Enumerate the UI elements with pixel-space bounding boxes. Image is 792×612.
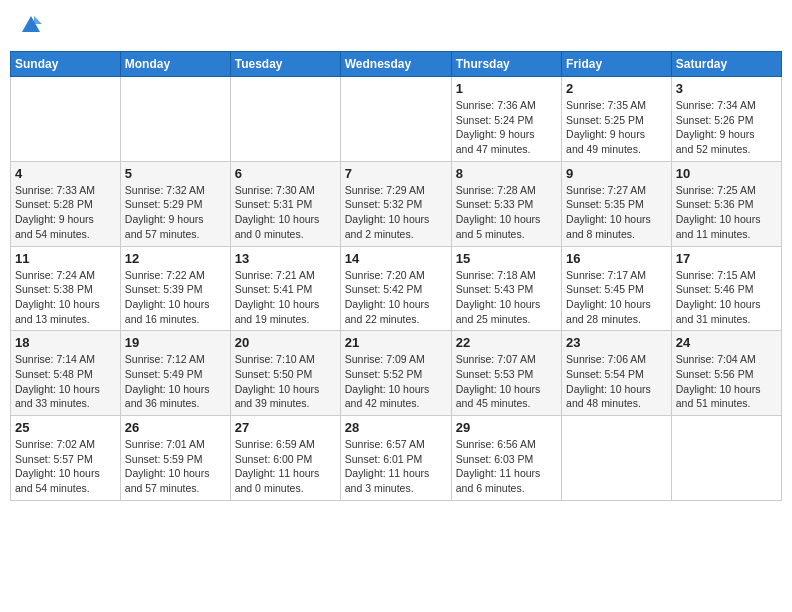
day-number: 29 xyxy=(456,420,557,435)
day-info: Sunrise: 7:01 AM Sunset: 5:59 PM Dayligh… xyxy=(125,437,226,496)
day-number: 24 xyxy=(676,335,777,350)
day-info: Sunrise: 7:33 AM Sunset: 5:28 PM Dayligh… xyxy=(15,183,116,242)
calendar-cell: 22Sunrise: 7:07 AM Sunset: 5:53 PM Dayli… xyxy=(451,331,561,416)
day-number: 1 xyxy=(456,81,557,96)
day-number: 9 xyxy=(566,166,667,181)
calendar-cell: 27Sunrise: 6:59 AM Sunset: 6:00 PM Dayli… xyxy=(230,416,340,501)
day-number: 2 xyxy=(566,81,667,96)
calendar-cell: 20Sunrise: 7:10 AM Sunset: 5:50 PM Dayli… xyxy=(230,331,340,416)
svg-marker-1 xyxy=(34,16,42,24)
day-info: Sunrise: 7:20 AM Sunset: 5:42 PM Dayligh… xyxy=(345,268,447,327)
calendar-cell: 1Sunrise: 7:36 AM Sunset: 5:24 PM Daylig… xyxy=(451,77,561,162)
day-number: 14 xyxy=(345,251,447,266)
calendar-cell: 25Sunrise: 7:02 AM Sunset: 5:57 PM Dayli… xyxy=(11,416,121,501)
day-number: 4 xyxy=(15,166,116,181)
calendar-cell: 28Sunrise: 6:57 AM Sunset: 6:01 PM Dayli… xyxy=(340,416,451,501)
logo xyxy=(18,14,44,41)
calendar-cell: 24Sunrise: 7:04 AM Sunset: 5:56 PM Dayli… xyxy=(671,331,781,416)
day-number: 19 xyxy=(125,335,226,350)
calendar-cell: 14Sunrise: 7:20 AM Sunset: 5:42 PM Dayli… xyxy=(340,246,451,331)
calendar-cell: 10Sunrise: 7:25 AM Sunset: 5:36 PM Dayli… xyxy=(671,161,781,246)
day-number: 8 xyxy=(456,166,557,181)
day-info: Sunrise: 7:29 AM Sunset: 5:32 PM Dayligh… xyxy=(345,183,447,242)
day-info: Sunrise: 6:57 AM Sunset: 6:01 PM Dayligh… xyxy=(345,437,447,496)
day-number: 10 xyxy=(676,166,777,181)
day-info: Sunrise: 7:30 AM Sunset: 5:31 PM Dayligh… xyxy=(235,183,336,242)
day-number: 5 xyxy=(125,166,226,181)
day-info: Sunrise: 7:34 AM Sunset: 5:26 PM Dayligh… xyxy=(676,98,777,157)
weekday-header-sunday: Sunday xyxy=(11,52,121,77)
calendar-cell xyxy=(340,77,451,162)
calendar-cell xyxy=(120,77,230,162)
calendar-cell: 4Sunrise: 7:33 AM Sunset: 5:28 PM Daylig… xyxy=(11,161,121,246)
day-info: Sunrise: 7:21 AM Sunset: 5:41 PM Dayligh… xyxy=(235,268,336,327)
day-info: Sunrise: 7:24 AM Sunset: 5:38 PM Dayligh… xyxy=(15,268,116,327)
day-info: Sunrise: 7:27 AM Sunset: 5:35 PM Dayligh… xyxy=(566,183,667,242)
day-number: 23 xyxy=(566,335,667,350)
weekday-header-saturday: Saturday xyxy=(671,52,781,77)
calendar-cell: 29Sunrise: 6:56 AM Sunset: 6:03 PM Dayli… xyxy=(451,416,561,501)
day-number: 12 xyxy=(125,251,226,266)
day-info: Sunrise: 7:32 AM Sunset: 5:29 PM Dayligh… xyxy=(125,183,226,242)
day-info: Sunrise: 7:25 AM Sunset: 5:36 PM Dayligh… xyxy=(676,183,777,242)
header xyxy=(10,10,782,45)
day-info: Sunrise: 6:56 AM Sunset: 6:03 PM Dayligh… xyxy=(456,437,557,496)
calendar-cell: 2Sunrise: 7:35 AM Sunset: 5:25 PM Daylig… xyxy=(562,77,672,162)
day-number: 18 xyxy=(15,335,116,350)
day-number: 15 xyxy=(456,251,557,266)
day-number: 11 xyxy=(15,251,116,266)
day-info: Sunrise: 7:28 AM Sunset: 5:33 PM Dayligh… xyxy=(456,183,557,242)
weekday-header-tuesday: Tuesday xyxy=(230,52,340,77)
day-info: Sunrise: 7:35 AM Sunset: 5:25 PM Dayligh… xyxy=(566,98,667,157)
calendar-cell: 19Sunrise: 7:12 AM Sunset: 5:49 PM Dayli… xyxy=(120,331,230,416)
day-number: 13 xyxy=(235,251,336,266)
day-info: Sunrise: 7:15 AM Sunset: 5:46 PM Dayligh… xyxy=(676,268,777,327)
calendar-cell: 5Sunrise: 7:32 AM Sunset: 5:29 PM Daylig… xyxy=(120,161,230,246)
calendar: SundayMondayTuesdayWednesdayThursdayFrid… xyxy=(10,51,782,501)
day-number: 17 xyxy=(676,251,777,266)
day-number: 20 xyxy=(235,335,336,350)
day-number: 3 xyxy=(676,81,777,96)
day-number: 27 xyxy=(235,420,336,435)
day-number: 6 xyxy=(235,166,336,181)
weekday-header-monday: Monday xyxy=(120,52,230,77)
calendar-cell: 9Sunrise: 7:27 AM Sunset: 5:35 PM Daylig… xyxy=(562,161,672,246)
weekday-header-wednesday: Wednesday xyxy=(340,52,451,77)
calendar-cell: 15Sunrise: 7:18 AM Sunset: 5:43 PM Dayli… xyxy=(451,246,561,331)
calendar-cell: 16Sunrise: 7:17 AM Sunset: 5:45 PM Dayli… xyxy=(562,246,672,331)
calendar-cell: 3Sunrise: 7:34 AM Sunset: 5:26 PM Daylig… xyxy=(671,77,781,162)
day-info: Sunrise: 7:22 AM Sunset: 5:39 PM Dayligh… xyxy=(125,268,226,327)
calendar-cell: 23Sunrise: 7:06 AM Sunset: 5:54 PM Dayli… xyxy=(562,331,672,416)
day-info: Sunrise: 7:06 AM Sunset: 5:54 PM Dayligh… xyxy=(566,352,667,411)
day-info: Sunrise: 7:36 AM Sunset: 5:24 PM Dayligh… xyxy=(456,98,557,157)
day-number: 16 xyxy=(566,251,667,266)
calendar-cell xyxy=(230,77,340,162)
calendar-cell: 6Sunrise: 7:30 AM Sunset: 5:31 PM Daylig… xyxy=(230,161,340,246)
calendar-cell: 26Sunrise: 7:01 AM Sunset: 5:59 PM Dayli… xyxy=(120,416,230,501)
calendar-cell xyxy=(562,416,672,501)
day-number: 25 xyxy=(15,420,116,435)
day-info: Sunrise: 7:09 AM Sunset: 5:52 PM Dayligh… xyxy=(345,352,447,411)
calendar-cell: 17Sunrise: 7:15 AM Sunset: 5:46 PM Dayli… xyxy=(671,246,781,331)
day-info: Sunrise: 7:10 AM Sunset: 5:50 PM Dayligh… xyxy=(235,352,336,411)
day-number: 7 xyxy=(345,166,447,181)
weekday-header-thursday: Thursday xyxy=(451,52,561,77)
day-info: Sunrise: 7:12 AM Sunset: 5:49 PM Dayligh… xyxy=(125,352,226,411)
calendar-cell: 18Sunrise: 7:14 AM Sunset: 5:48 PM Dayli… xyxy=(11,331,121,416)
day-number: 21 xyxy=(345,335,447,350)
day-info: Sunrise: 7:18 AM Sunset: 5:43 PM Dayligh… xyxy=(456,268,557,327)
weekday-header-friday: Friday xyxy=(562,52,672,77)
calendar-cell: 7Sunrise: 7:29 AM Sunset: 5:32 PM Daylig… xyxy=(340,161,451,246)
day-info: Sunrise: 7:14 AM Sunset: 5:48 PM Dayligh… xyxy=(15,352,116,411)
logo-icon xyxy=(20,14,42,36)
day-info: Sunrise: 6:59 AM Sunset: 6:00 PM Dayligh… xyxy=(235,437,336,496)
day-info: Sunrise: 7:07 AM Sunset: 5:53 PM Dayligh… xyxy=(456,352,557,411)
calendar-cell: 12Sunrise: 7:22 AM Sunset: 5:39 PM Dayli… xyxy=(120,246,230,331)
calendar-cell: 11Sunrise: 7:24 AM Sunset: 5:38 PM Dayli… xyxy=(11,246,121,331)
day-number: 28 xyxy=(345,420,447,435)
calendar-cell xyxy=(671,416,781,501)
calendar-cell: 8Sunrise: 7:28 AM Sunset: 5:33 PM Daylig… xyxy=(451,161,561,246)
day-info: Sunrise: 7:02 AM Sunset: 5:57 PM Dayligh… xyxy=(15,437,116,496)
day-info: Sunrise: 7:17 AM Sunset: 5:45 PM Dayligh… xyxy=(566,268,667,327)
day-number: 26 xyxy=(125,420,226,435)
